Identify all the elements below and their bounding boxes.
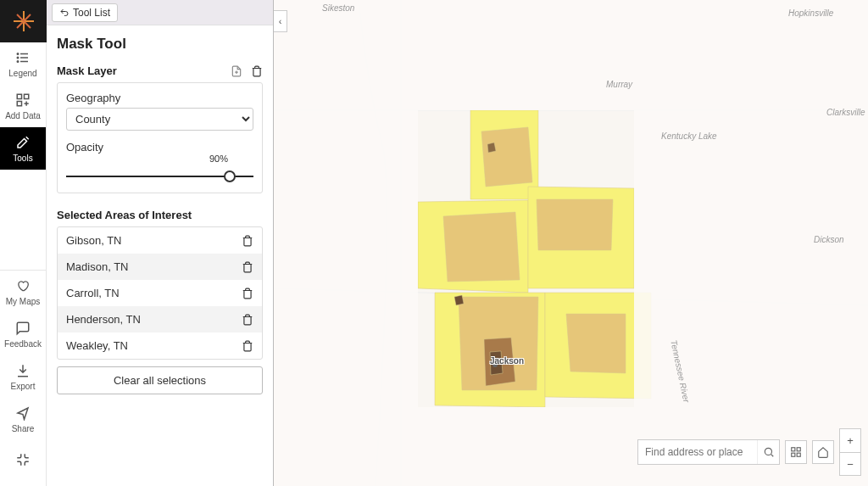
svg-rect-39 bbox=[797, 453, 800, 456]
nav-label: Export bbox=[11, 382, 36, 391]
aoi-header: Selected Areas of Interest bbox=[57, 209, 263, 221]
aoi-list: Gibson, TN Madison, TN Carroll, TN Hende… bbox=[57, 226, 263, 360]
nav-tools[interactable]: Tools bbox=[0, 127, 46, 170]
map-place-label: Clarksville bbox=[826, 108, 865, 117]
trash-icon[interactable] bbox=[251, 65, 263, 77]
grid-icon bbox=[790, 446, 802, 458]
nav-label: Tools bbox=[13, 154, 32, 163]
download-icon bbox=[15, 363, 31, 378]
trash-icon[interactable] bbox=[242, 340, 253, 352]
legend-icon bbox=[15, 50, 31, 65]
opacity-value: 90% bbox=[209, 154, 228, 164]
map-place-label: Sikeston bbox=[322, 3, 354, 13]
svg-rect-15 bbox=[25, 94, 29, 98]
share-icon bbox=[15, 405, 31, 421]
app-logo bbox=[0, 0, 47, 42]
map-place-label: Dickson bbox=[814, 235, 844, 244]
aoi-label: Gibson, TN bbox=[66, 234, 122, 247]
nav-export[interactable]: Export bbox=[0, 355, 46, 398]
home-button[interactable] bbox=[812, 440, 834, 464]
tools-icon bbox=[15, 135, 31, 150]
opacity-slider[interactable] bbox=[66, 176, 253, 177]
panel-header-bar: Tool List bbox=[47, 0, 273, 25]
svg-line-35 bbox=[771, 455, 773, 457]
mask-config-box: Geography County Opacity 90% bbox=[57, 82, 263, 193]
map-canvas[interactable]: ‹ Jackson + − SikestonHopkinsvilleMurra bbox=[274, 0, 868, 486]
svg-marker-21 bbox=[487, 142, 496, 153]
collapse-icon bbox=[15, 452, 31, 467]
nav-my-maps[interactable]: My Maps bbox=[0, 271, 46, 313]
aoi-label: Madison, TN bbox=[66, 260, 128, 273]
tool-list-label: Tool List bbox=[73, 7, 110, 19]
aoi-item: Gibson, TN bbox=[58, 227, 262, 254]
nav-label: Legend bbox=[8, 69, 36, 78]
svg-line-7 bbox=[17, 14, 24, 21]
svg-point-12 bbox=[17, 57, 19, 59]
svg-line-3 bbox=[24, 21, 31, 28]
search-icon bbox=[763, 446, 775, 458]
map-svg bbox=[274, 0, 868, 486]
nav-label: Add Data bbox=[5, 111, 41, 120]
opacity-label: Opacity bbox=[66, 141, 253, 154]
nav-fullscreen[interactable] bbox=[0, 440, 46, 483]
map-place-label: Hopkinsville bbox=[788, 8, 833, 18]
geography-label: Geography bbox=[66, 92, 253, 104]
zoom-in-button[interactable]: + bbox=[839, 428, 861, 452]
map-place-label: Kentucky Lake bbox=[661, 131, 717, 141]
clear-selections-button[interactable]: Clear all selections bbox=[57, 366, 263, 394]
nav-label: My Maps bbox=[6, 297, 41, 306]
geography-select[interactable]: County bbox=[66, 108, 253, 131]
heart-icon bbox=[15, 278, 31, 293]
svg-rect-16 bbox=[17, 101, 21, 105]
aoi-item: Henderson, TN bbox=[58, 306, 262, 332]
search-button[interactable] bbox=[757, 440, 779, 464]
aoi-label: Carroll, TN bbox=[66, 287, 120, 299]
nav-feedback[interactable]: Feedback bbox=[0, 313, 46, 355]
panel-title: Mask Tool bbox=[57, 36, 263, 53]
left-nav: Legend Add Data Tools My Maps Feedback bbox=[0, 0, 47, 486]
nav-add-data[interactable]: Add Data bbox=[0, 85, 46, 127]
svg-marker-23 bbox=[443, 212, 520, 282]
mask-layer-header: Mask Layer bbox=[57, 64, 117, 77]
trash-icon[interactable] bbox=[242, 314, 253, 326]
nav-label: Share bbox=[12, 424, 35, 433]
home-icon bbox=[817, 446, 829, 458]
svg-marker-31 bbox=[566, 314, 626, 373]
svg-marker-25 bbox=[537, 199, 613, 250]
aoi-label: Henderson, TN bbox=[66, 313, 141, 326]
undo-icon bbox=[59, 8, 70, 18]
svg-point-34 bbox=[765, 448, 771, 455]
add-data-icon bbox=[15, 92, 31, 108]
nav-share[interactable]: Share bbox=[0, 398, 46, 440]
nav-legend[interactable]: Legend bbox=[0, 42, 46, 85]
zoom-out-button[interactable]: − bbox=[839, 452, 861, 476]
svg-line-5 bbox=[17, 21, 24, 28]
svg-rect-36 bbox=[792, 448, 795, 451]
svg-rect-14 bbox=[17, 94, 21, 98]
collapse-panel-button[interactable]: ‹ bbox=[274, 10, 287, 32]
aoi-label: Weakley, TN bbox=[66, 339, 128, 352]
map-controls: + − bbox=[637, 428, 861, 476]
chat-icon bbox=[15, 321, 31, 336]
svg-point-11 bbox=[17, 53, 19, 54]
tool-list-button[interactable]: Tool List bbox=[52, 3, 118, 22]
map-place-label: Murray bbox=[606, 80, 632, 89]
save-layer-icon[interactable] bbox=[231, 65, 242, 77]
svg-marker-32 bbox=[454, 295, 464, 305]
trash-icon[interactable] bbox=[242, 261, 253, 273]
svg-point-13 bbox=[17, 60, 19, 62]
aoi-item: Weakley, TN bbox=[58, 332, 262, 359]
city-label: Jackson bbox=[490, 356, 524, 366]
search-box bbox=[637, 439, 780, 465]
trash-icon[interactable] bbox=[242, 288, 253, 299]
nav-label: Feedback bbox=[4, 339, 42, 349]
aoi-item: Madison, TN bbox=[58, 254, 262, 280]
svg-line-1 bbox=[24, 14, 31, 21]
svg-rect-38 bbox=[792, 453, 795, 456]
tool-panel: Tool List Mask Tool Mask Layer Geography… bbox=[47, 0, 274, 486]
search-input[interactable] bbox=[638, 440, 757, 464]
basemap-button[interactable] bbox=[785, 440, 807, 464]
svg-rect-37 bbox=[797, 448, 800, 451]
aoi-item: Carroll, TN bbox=[58, 280, 262, 306]
trash-icon[interactable] bbox=[242, 235, 253, 247]
